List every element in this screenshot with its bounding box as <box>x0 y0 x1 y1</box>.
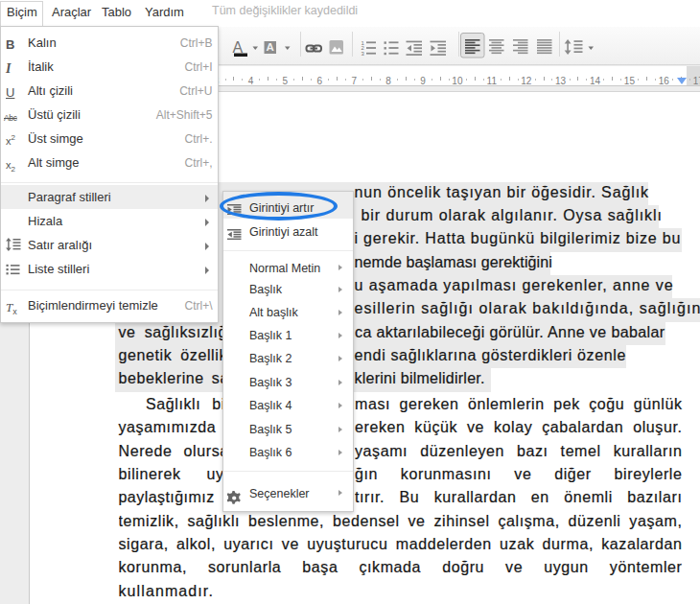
svg-text:3: 3 <box>362 51 365 57</box>
svg-text:A: A <box>233 39 244 56</box>
svg-text:A: A <box>267 41 274 53</box>
